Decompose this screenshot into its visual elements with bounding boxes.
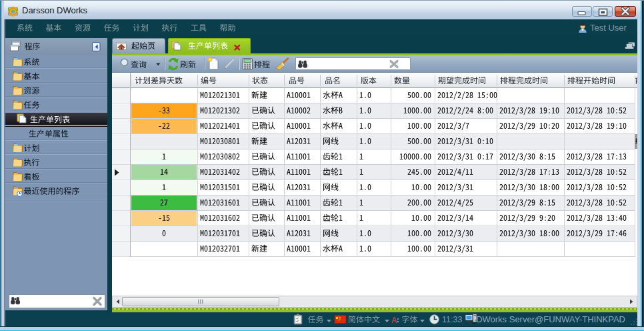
svg-text:A: A (391, 316, 397, 325)
